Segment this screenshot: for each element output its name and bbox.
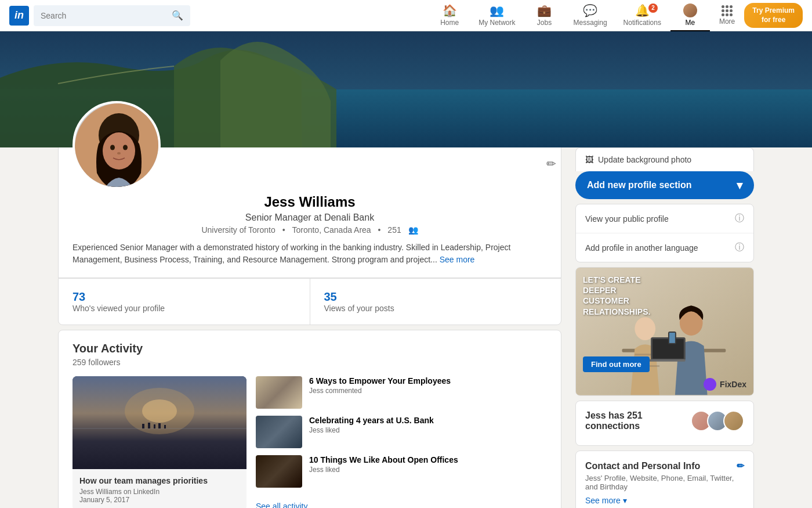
activity-item-action-1: Jess commented (309, 387, 547, 395)
activity-item-title-1: 6 Ways to Empower Your Employees (309, 376, 547, 385)
svg-point-7 (123, 145, 128, 150)
sidebar: 🖼 Update background photo Add new profil… (575, 147, 754, 508)
list-item[interactable]: 10 Things We Like About Open Offices Jes… (256, 455, 547, 488)
nav-more[interactable]: More (712, 0, 742, 31)
list-item[interactable]: 6 Ways to Empower Your Employees Jess co… (256, 376, 547, 409)
stats-section: 73 Who's viewed your profile 35 Views of… (58, 278, 561, 325)
profile-views-label: Who's viewed your profile (72, 304, 296, 313)
search-bar[interactable]: 🔍 (34, 5, 190, 26)
image-icon: 🖼 (585, 155, 593, 164)
featured-img-svg (72, 376, 246, 469)
profile-meta: University of Toronto • Toronto, Canada … (72, 225, 547, 235)
university: University of Toronto (201, 225, 275, 235)
svg-rect-14 (148, 423, 150, 428)
nav-jobs[interactable]: 💼 Jobs (525, 0, 564, 31)
edit-contact-icon[interactable]: ✏ (737, 460, 744, 471)
profile-section: ✏ Jess Williams Senior Manager at Denali… (58, 147, 561, 325)
activity-title: Your Activity (72, 342, 547, 355)
featured-post-info: How our team manages priorities Jess Wil… (72, 469, 246, 508)
activity-item-title-3: 10 Things We Like About Open Offices (309, 455, 547, 464)
featured-post-image (72, 376, 246, 469)
post-views-stat[interactable]: 35 Views of your posts (310, 279, 561, 325)
profile-card: ✏ Jess Williams Senior Manager at Denali… (58, 147, 561, 278)
nav-network[interactable]: 👥 My Network (472, 0, 522, 31)
svg-point-20 (635, 317, 655, 340)
location: Toronto, Canada Area (292, 225, 371, 235)
activity-item-action-3: Jess liked (309, 466, 547, 474)
connection-avatar-3 (723, 410, 744, 431)
activity-content: How our team manages priorities Jess Wil… (72, 376, 547, 508)
profile-headline: Senior Manager at Denali Bank (72, 212, 547, 223)
profile-views-stat[interactable]: 73 Who's viewed your profile (59, 279, 310, 325)
connections-avatars (691, 410, 744, 431)
ad-image: LET'S CREATE DEEPER CUSTOMER RELATIONSHI… (576, 268, 753, 395)
edit-profile-button[interactable]: ✏ (542, 152, 561, 175)
nav-notifications[interactable]: 🔔 2 Notifications (617, 0, 668, 31)
grid-icon (722, 5, 733, 16)
svg-point-8 (117, 152, 121, 154)
top-nav: in 🔍 🏠 Home 👥 My Network 💼 Jobs 💬 Messag… (0, 0, 812, 31)
contact-title: Contact and Personal Info ✏ (585, 460, 744, 471)
help-icon: ⓘ (735, 212, 744, 225)
svg-rect-27 (644, 359, 686, 362)
ad-headline: LET'S CREATE DEEPER CUSTOMER RELATIONSHI… (583, 275, 664, 317)
nav-me[interactable]: Me (670, 0, 710, 31)
featured-post-title: How our team manages priorities (79, 476, 240, 485)
activity-item-text-2: Celebrating 4 years at U.S. Bank Jess li… (309, 416, 547, 434)
contact-sub: Jess' Profile, Website, Phone, Email, Tw… (585, 474, 744, 491)
ad-brand-name: FixDex (720, 380, 746, 389)
list-item[interactable]: Celebrating 4 years at U.S. Bank Jess li… (256, 416, 547, 448)
search-icon: 🔍 (172, 10, 183, 21)
add-language-link[interactable]: Add profile in another language ⓘ (576, 233, 753, 262)
activity-item-text-1: 6 Ways to Empower Your Employees Jess co… (309, 376, 547, 395)
svg-point-6 (110, 145, 115, 150)
nav-home[interactable]: 🏠 Home (430, 0, 469, 31)
svg-point-11 (142, 399, 177, 423)
notification-badge: 2 (648, 3, 658, 13)
featured-post-author: Jess Williams on LinkedIn (79, 488, 240, 496)
connections-card: Jess has 251 connections (575, 401, 754, 446)
bio-see-more[interactable]: See more (440, 255, 475, 264)
add-profile-section-button[interactable]: Add new profile section ▾ (575, 171, 754, 199)
svg-rect-17 (164, 425, 166, 428)
nav-messaging[interactable]: 💬 Messaging (567, 0, 614, 31)
activity-item-text-3: 10 Things We Like About Open Offices Jes… (309, 455, 547, 474)
activity-followers: 259 followers (72, 358, 547, 367)
connections-icon: 👥 (408, 225, 418, 235)
linkedin-logo[interactable]: in (9, 6, 29, 26)
me-avatar (683, 3, 697, 17)
profile-links-card: View your public profile ⓘ Add profile i… (575, 204, 754, 262)
activity-thumb-2 (256, 416, 302, 448)
svg-rect-16 (158, 423, 161, 428)
help-icon-2: ⓘ (735, 242, 744, 254)
nav-items: 🏠 Home 👥 My Network 💼 Jobs 💬 Messaging 🔔… (430, 0, 803, 31)
premium-button[interactable]: Try Premium for free (744, 3, 803, 28)
view-public-profile-link[interactable]: View your public profile ⓘ (576, 204, 753, 233)
avatar-svg (75, 103, 161, 189)
messaging-icon: 💬 (583, 3, 597, 17)
profile-avatar[interactable] (72, 101, 161, 189)
ad-logo: FixDex (704, 378, 746, 391)
featured-post-date: January 5, 2017 (79, 496, 240, 504)
network-icon: 👥 (490, 3, 504, 17)
activity-item-title-2: Celebrating 4 years at U.S. Bank (309, 416, 547, 425)
activity-thumb-3 (256, 455, 302, 488)
svg-point-5 (103, 132, 135, 170)
see-all-activity-link[interactable]: See all activity (256, 502, 547, 508)
home-icon: 🏠 (443, 3, 457, 17)
activity-list: 6 Ways to Empower Your Employees Jess co… (256, 376, 547, 508)
connection-count: 251 (387, 225, 401, 235)
svg-rect-13 (142, 424, 144, 428)
search-input[interactable] (41, 11, 168, 20)
fixdex-logo-icon (704, 378, 716, 391)
activity-section: Your Activity 259 followers (58, 330, 561, 508)
update-background-button[interactable]: 🖼 Update background photo (575, 147, 754, 171)
svg-rect-15 (154, 424, 155, 428)
ad-cta-button[interactable]: Find out more (583, 356, 650, 372)
activity-item-action-2: Jess liked (309, 426, 547, 434)
featured-post[interactable]: How our team manages priorities Jess Wil… (72, 376, 246, 508)
contact-info-card: Contact and Personal Info ✏ Jess' Profil… (575, 451, 754, 508)
connections-label: Jess has 251 connections (585, 410, 744, 431)
contact-see-more[interactable]: See more ▾ (585, 496, 744, 505)
post-views-number: 35 (324, 290, 548, 304)
